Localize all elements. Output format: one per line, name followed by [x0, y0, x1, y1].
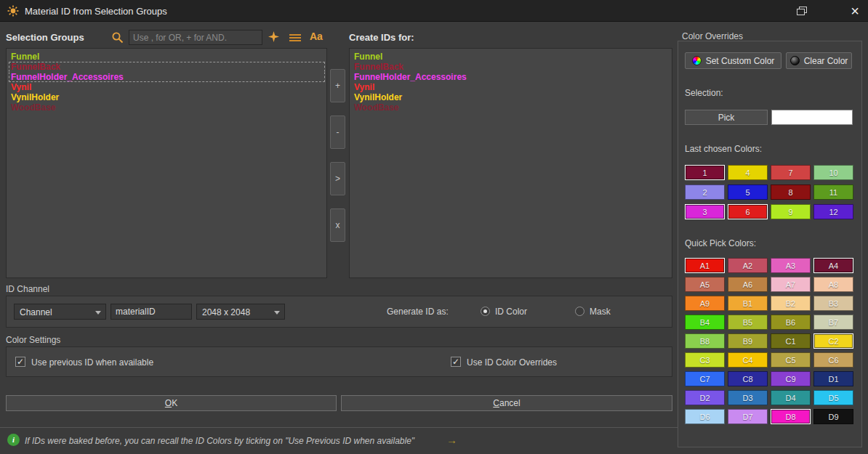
- quick-color-swatch-C9[interactable]: C9: [771, 371, 811, 386]
- selection-group-item-Vynil[interactable]: Vynil: [9, 82, 325, 92]
- last-color-swatch-4[interactable]: 4: [728, 165, 768, 180]
- quick-color-swatch-D5[interactable]: D5: [813, 390, 853, 405]
- quick-color-swatch-A7[interactable]: A7: [771, 277, 811, 292]
- quick-color-swatch-B9[interactable]: B9: [728, 333, 768, 349]
- quick-color-swatch-C3[interactable]: C3: [685, 352, 725, 368]
- remove-button[interactable]: -: [330, 115, 345, 149]
- selection-color-swatch[interactable]: [771, 110, 853, 125]
- last-color-swatch-2[interactable]: 2: [685, 185, 725, 200]
- set-custom-color-button[interactable]: Set Custom Color: [685, 52, 781, 69]
- wand-icon[interactable]: [268, 31, 279, 42]
- quick-color-swatch-D8[interactable]: D8: [771, 409, 811, 424]
- restore-window-icon[interactable]: [797, 7, 807, 15]
- last-color-swatch-9[interactable]: 9: [771, 204, 811, 219]
- quick-color-swatch-B8[interactable]: B8: [685, 333, 725, 349]
- quick-color-swatch-D7[interactable]: D7: [728, 409, 768, 424]
- quick-color-swatch-D1[interactable]: D1: [813, 371, 853, 386]
- quick-color-swatch-A5[interactable]: A5: [685, 277, 725, 292]
- quick-color-swatch-D9[interactable]: D9: [813, 409, 853, 424]
- last-color-swatch-5[interactable]: 5: [728, 185, 768, 200]
- info-icon: i: [7, 434, 20, 446]
- selection-group-item-FunnelHolder_Accessoires[interactable]: FunnelHolder_Accessoires: [9, 72, 325, 82]
- quick-color-swatch-A3[interactable]: A3: [771, 258, 811, 273]
- last-color-swatch-11[interactable]: 11: [813, 185, 853, 200]
- app-sun-icon: [7, 5, 19, 17]
- selection-group-item-FunnelBack[interactable]: FunnelBack: [9, 62, 325, 72]
- mask-radio-label[interactable]: Mask: [590, 307, 611, 317]
- quick-color-swatch-B4[interactable]: B4: [685, 315, 725, 330]
- selection-group-item-Funnel[interactable]: Funnel: [9, 52, 325, 62]
- use-previous-id-checkbox[interactable]: ✓: [15, 357, 25, 367]
- channel-dropdown[interactable]: Channel: [14, 304, 106, 320]
- quick-color-swatch-B5[interactable]: B5: [728, 315, 768, 330]
- cancel-button[interactable]: Cancel: [341, 395, 672, 411]
- quick-color-swatch-B1[interactable]: B1: [728, 296, 768, 311]
- color-settings-section-label: Color Settings: [6, 335, 60, 345]
- quick-color-swatch-A1[interactable]: A1: [685, 258, 725, 273]
- quick-color-swatch-C4[interactable]: C4: [728, 352, 768, 368]
- quick-color-swatch-C2[interactable]: C2: [813, 333, 853, 349]
- quick-color-swatch-A4[interactable]: A4: [813, 258, 853, 273]
- quick-color-swatch-C8[interactable]: C8: [728, 371, 768, 386]
- last-chosen-colors-grid: 147102581136912: [685, 165, 853, 219]
- use-previous-id-label[interactable]: Use previous ID when available: [31, 357, 153, 368]
- add-button[interactable]: +: [330, 69, 345, 102]
- status-message: If IDs were baked before, you can recall…: [25, 436, 414, 446]
- quick-color-swatch-C7[interactable]: C7: [685, 371, 725, 386]
- quick-color-swatch-D2[interactable]: D2: [685, 390, 725, 405]
- use-id-color-overrides-label[interactable]: Use ID Color Overrides: [467, 357, 557, 368]
- selection-groups-list[interactable]: FunnelFunnelBackFunnelHolder_Accessoires…: [6, 48, 327, 278]
- resolution-dropdown[interactable]: 2048 x 2048: [196, 304, 285, 320]
- quick-pick-colors-grid: A1A2A3A4A5A6A7A8A9B1B2B3B4B5B6B7B8B9C1C2…: [685, 258, 853, 424]
- last-color-swatch-1[interactable]: 1: [685, 165, 725, 180]
- create-id-item-FunnelBack[interactable]: FunnelBack: [352, 62, 670, 72]
- quick-color-swatch-B3[interactable]: B3: [813, 296, 853, 311]
- last-color-swatch-12[interactable]: 12: [813, 204, 853, 219]
- close-icon[interactable]: ×: [851, 1, 859, 20]
- case-sensitive-toggle[interactable]: Aa: [310, 31, 323, 42]
- quick-color-swatch-C6[interactable]: C6: [813, 352, 853, 368]
- pick-button[interactable]: Pick: [685, 110, 768, 125]
- id-color-radio[interactable]: [481, 307, 490, 316]
- quick-color-swatch-D4[interactable]: D4: [771, 390, 811, 405]
- last-color-swatch-7[interactable]: 7: [771, 165, 811, 180]
- quick-color-swatch-A6[interactable]: A6: [728, 277, 768, 292]
- selection-label: Selection:: [685, 88, 723, 98]
- use-id-color-overrides-checkbox[interactable]: ✓: [451, 357, 461, 367]
- quick-color-swatch-C1[interactable]: C1: [771, 333, 811, 349]
- create-id-item-Vynil[interactable]: Vynil: [352, 82, 670, 92]
- create-id-item-FunnelHolder_Accessoires[interactable]: FunnelHolder_Accessoires: [352, 72, 670, 82]
- mask-radio[interactable]: [575, 307, 584, 316]
- quick-pick-colors-label: Quick Pick Colors:: [685, 238, 756, 248]
- last-color-swatch-6[interactable]: 6: [728, 204, 768, 219]
- list-options-icon[interactable]: [289, 34, 301, 43]
- create-id-item-Funnel[interactable]: Funnel: [352, 52, 670, 62]
- material-id-input[interactable]: [110, 304, 192, 320]
- id-color-radio-label[interactable]: ID Color: [495, 307, 527, 317]
- quick-color-swatch-D6[interactable]: D6: [685, 409, 725, 424]
- quick-color-swatch-A2[interactable]: A2: [728, 258, 768, 273]
- last-color-swatch-10[interactable]: 10: [813, 165, 853, 180]
- transfer-buttons: +->x: [330, 69, 345, 255]
- create-ids-list[interactable]: FunnelFunnelBackFunnelHolder_Accessoires…: [349, 48, 672, 278]
- quick-color-swatch-D3[interactable]: D3: [728, 390, 768, 405]
- move-right-button[interactable]: >: [330, 162, 345, 195]
- quick-color-swatch-A9[interactable]: A9: [685, 296, 725, 311]
- selection-group-item-VynilHolder[interactable]: VynilHolder: [9, 92, 325, 102]
- quick-color-swatch-C5[interactable]: C5: [771, 352, 811, 368]
- last-color-swatch-8[interactable]: 8: [771, 185, 811, 200]
- create-id-item-WoodBase[interactable]: WoodBase: [352, 102, 670, 113]
- quick-color-swatch-A8[interactable]: A8: [813, 277, 853, 292]
- quick-color-swatch-B6[interactable]: B6: [771, 315, 811, 330]
- quick-color-swatch-B7[interactable]: B7: [813, 315, 853, 330]
- selection-group-item-WoodBase[interactable]: WoodBase: [9, 102, 325, 113]
- clear-color-button[interactable]: Clear Color: [786, 52, 852, 69]
- quick-color-swatch-B2[interactable]: B2: [771, 296, 811, 311]
- search-input[interactable]: [129, 30, 262, 45]
- delete-button[interactable]: x: [330, 208, 345, 242]
- create-id-item-VynilHolder[interactable]: VynilHolder: [352, 92, 670, 102]
- last-chosen-colors-label: Last chosen Colors:: [685, 144, 762, 154]
- title-bar: Material ID from Selection Groups ×: [0, 0, 868, 22]
- last-color-swatch-3[interactable]: 3: [685, 204, 725, 219]
- ok-button[interactable]: OK: [6, 395, 337, 411]
